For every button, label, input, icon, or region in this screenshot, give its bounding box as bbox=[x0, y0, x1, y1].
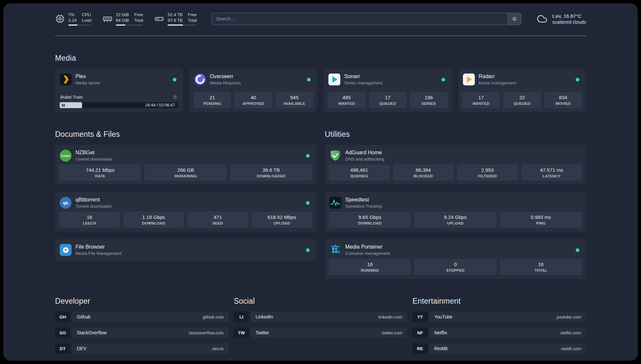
speedtest-icon bbox=[329, 197, 341, 209]
radarr-card: Radarr Movie management 17 WANTED 22 QUE… bbox=[458, 69, 586, 112]
bookmark-url: twitter.com bbox=[382, 330, 402, 335]
bookmark-url: youtube.com bbox=[557, 315, 581, 319]
section-documents: Documents & Files nzbget NZBGet Usenet d… bbox=[55, 130, 316, 261]
stat-filtered: 2,953 FILTERED bbox=[457, 165, 518, 181]
stat-pending: 21 PENDING bbox=[194, 92, 231, 108]
service-name: Radarr bbox=[479, 73, 572, 80]
bookmark-netflix[interactable]: NF Netflix netflix.com bbox=[412, 327, 586, 338]
memory-free: 22 GiB bbox=[116, 12, 129, 17]
bookmark-url: dev.to bbox=[212, 346, 224, 351]
search-input[interactable] bbox=[211, 13, 521, 25]
bookmark-url: reddit.com bbox=[561, 346, 581, 351]
stat-approved: 40 APPROVED bbox=[234, 92, 272, 108]
bookmark-name: YouTube bbox=[434, 314, 452, 319]
bookmark-name: LinkedIn bbox=[256, 314, 273, 319]
plex-link[interactable]: Plex Media server bbox=[59, 72, 179, 88]
bookmark-url: github.com bbox=[202, 315, 224, 319]
status-dot bbox=[576, 248, 579, 252]
pause-icon[interactable] bbox=[62, 104, 65, 107]
filebrowser-card: File Browser Media File Management bbox=[55, 239, 316, 261]
qbittorrent-link[interactable]: qb qBittorrent Torrent downloader bbox=[59, 195, 312, 212]
overseerr-link[interactable]: Overseerr Media Requests bbox=[194, 72, 314, 88]
disk-total-label: Total bbox=[188, 17, 197, 23]
bookmark-name: Netflix bbox=[434, 330, 447, 335]
service-name: Plex bbox=[76, 73, 169, 80]
bookmark-group-social: Social LI LinkedIn linkedin.com TW Twitt… bbox=[234, 297, 407, 343]
dashboard: 7% 3.24 CPU Load bbox=[3, 3, 638, 361]
service-name: File Browser bbox=[76, 244, 302, 250]
portainer-card: Media Portainer Container management 16 … bbox=[325, 239, 586, 279]
status-dot bbox=[307, 78, 311, 81]
service-name: AdGuard Home bbox=[345, 149, 581, 156]
bookmark-linkedin[interactable]: LI LinkedIn linkedin.com bbox=[234, 312, 407, 322]
section-media: Media Plex Media server bbox=[55, 54, 586, 112]
disk-usage-fill bbox=[168, 24, 183, 26]
stat-movies: 834 MOVIES bbox=[544, 92, 582, 108]
stat-running: 16 RUNNING bbox=[329, 259, 411, 275]
memory-total-label: Total bbox=[134, 17, 143, 23]
playback-progress-fill bbox=[60, 102, 82, 108]
service-desc: Usenet downloader bbox=[76, 156, 302, 162]
bookmark-abbr: DT bbox=[55, 343, 70, 354]
disk-usage-bar bbox=[168, 24, 197, 26]
disk-widget: 52.4 TB 97.9 TB Free Total bbox=[154, 12, 197, 26]
stat-remaining: 266 GB REMAINING bbox=[144, 165, 227, 181]
bookmark-abbr: TW bbox=[234, 327, 249, 338]
bookmark-name: Github bbox=[77, 314, 90, 319]
bookmark-name: Reddit bbox=[434, 346, 447, 351]
gear-icon[interactable] bbox=[172, 94, 178, 100]
cpu-usage-fill bbox=[68, 24, 77, 26]
resource-widgets: 7% 3.24 CPU Load bbox=[55, 12, 197, 26]
radarr-link[interactable]: Radarr Movie management bbox=[462, 72, 582, 88]
bookmark-abbr: LI bbox=[234, 312, 249, 322]
radarr-icon bbox=[463, 74, 475, 85]
stat-queued: 22 QUEUED bbox=[503, 92, 541, 108]
bookmark-abbr: NF bbox=[412, 327, 428, 338]
speedtest-link[interactable]: Speedtest Speedtest Tracking bbox=[329, 195, 582, 212]
stat-downloaded: 39.6 TB DOWNLOADED bbox=[230, 165, 312, 181]
section-title-documents: Documents & Files bbox=[55, 130, 316, 139]
cpu-usage-bar bbox=[68, 24, 91, 26]
stat-queued: 17 QUEUED bbox=[369, 92, 407, 108]
disk-free-label: Free bbox=[188, 12, 197, 17]
bookmark-reddit[interactable]: RE Reddit reddit.com bbox=[412, 343, 586, 354]
cpu-label: CPU bbox=[82, 12, 91, 17]
adguard-icon bbox=[329, 150, 341, 162]
top-bar: 7% 3.24 CPU Load bbox=[55, 12, 586, 26]
nzbget-link[interactable]: nzbget NZBGet Usenet downloader bbox=[59, 148, 312, 165]
cpu-widget: 7% 3.24 CPU Load bbox=[55, 12, 91, 26]
bookmark-twitter[interactable]: TW Twitter twitter.com bbox=[234, 327, 407, 338]
service-desc: Series management bbox=[344, 80, 438, 86]
status-dot bbox=[306, 154, 310, 158]
bookmark-stackoverflow[interactable]: SO StackOverflow stackoverflow.com bbox=[55, 327, 229, 338]
disk-icon bbox=[154, 14, 164, 24]
playback-progress-bar[interactable]: 24:44 / 02:06:47 bbox=[60, 102, 178, 108]
memory-total: 64 GiB bbox=[116, 17, 129, 23]
filebrowser-link[interactable]: File Browser Media File Management bbox=[59, 242, 312, 258]
search-box: G bbox=[211, 13, 521, 25]
section-title-social: Social bbox=[234, 297, 407, 306]
portainer-link[interactable]: Media Portainer Container management bbox=[329, 242, 582, 259]
filebrowser-icon bbox=[60, 244, 72, 256]
status-dot bbox=[576, 78, 579, 81]
stat-upload: 9.24 Gbps UPLOAD bbox=[414, 212, 496, 228]
bookmark-name: StackOverflow bbox=[77, 330, 107, 335]
sonarr-link[interactable]: Sonarr Series management bbox=[328, 72, 448, 88]
stat-series: 196 SERIES bbox=[410, 92, 448, 108]
playback-time: 24:44 / 02:06:47 bbox=[145, 102, 175, 108]
bookmark-github[interactable]: GH Github github.com bbox=[55, 312, 229, 322]
bookmark-name: Twitter bbox=[256, 330, 269, 335]
bookmark-abbr: RE bbox=[412, 343, 428, 354]
service-desc: Speedtest Tracking bbox=[345, 203, 581, 209]
overseerr-card: Overseerr Media Requests 21 PENDING 40 A… bbox=[190, 69, 318, 112]
stat-wanted: 485 WANTED bbox=[328, 92, 366, 108]
search-provider-button[interactable]: G bbox=[508, 13, 521, 25]
bookmark-url: stackoverflow.com bbox=[189, 330, 224, 335]
bookmark-youtube[interactable]: YT YouTube youtube.com bbox=[412, 312, 586, 322]
bookmark-dev[interactable]: DT DEV dev.to bbox=[55, 343, 229, 354]
disk-total: 97.9 TB bbox=[168, 17, 182, 23]
adguard-link[interactable]: AdGuard Home DNS and adblocking bbox=[329, 148, 582, 165]
sonarr-card: Sonarr Series management 485 WANTED 17 Q… bbox=[324, 69, 452, 112]
stat-leech: 16 LEECH bbox=[59, 212, 120, 228]
section-title-media: Media bbox=[55, 54, 586, 63]
